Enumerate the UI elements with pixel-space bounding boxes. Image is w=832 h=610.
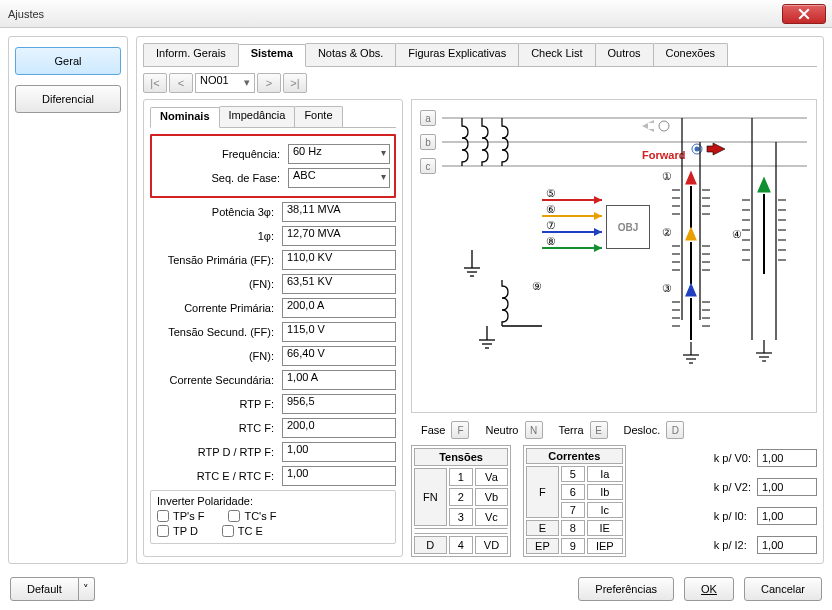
kpi2-label: k p/ I2:: [714, 539, 751, 551]
tensoes-3n: 3: [449, 508, 473, 526]
cancel-button[interactable]: Cancelar: [744, 577, 822, 601]
record-nav: |< < NO01 > >|: [143, 73, 817, 93]
rtpf-label: RTP F:: [150, 398, 278, 410]
chk-tpd[interactable]: TP D: [157, 525, 198, 537]
tab-sistema[interactable]: Sistema: [238, 44, 306, 67]
kpi0-label: k p/ I0:: [714, 510, 751, 522]
nav-prev-button[interactable]: <: [169, 73, 193, 93]
svg-marker-11: [594, 212, 602, 220]
default-button[interactable]: Default: [10, 577, 79, 601]
tensoes-table: Tensões FN1Va 2Vb 3Vc D4VD: [411, 445, 511, 557]
chk-tcsf-input[interactable]: [228, 510, 240, 522]
correntes-4n: 8: [561, 520, 585, 536]
close-button[interactable]: [782, 4, 826, 24]
kpv0-input[interactable]: [757, 449, 817, 467]
tensoes-side-fn: FN: [414, 468, 447, 526]
chk-tce-input[interactable]: [222, 525, 234, 537]
tpfn-input[interactable]: 63,51 KV: [282, 274, 396, 294]
tensoes-title: Tensões: [414, 448, 508, 466]
subtab-impedancia[interactable]: Impedância: [219, 106, 296, 127]
preferencias-button[interactable]: Preferências: [578, 577, 674, 601]
correntes-5n: 9: [561, 538, 585, 554]
chk-tpsf[interactable]: TP's F: [157, 510, 204, 522]
chk-tcsf[interactable]: TC's F: [228, 510, 276, 522]
tab-conexoes[interactable]: Conexões: [653, 43, 729, 66]
pot3-input[interactable]: 38,11 MVA: [282, 202, 396, 222]
subtab-fonte[interactable]: Fonte: [294, 106, 342, 127]
rtce-label: RTC E / RTC F:: [150, 470, 278, 482]
svg-text:⑨: ⑨: [532, 280, 542, 292]
subtab-nominais[interactable]: Nominais: [150, 107, 220, 128]
chk-tpd-label: TP D: [173, 525, 198, 537]
tpff-label: Tensão Primária (FF):: [150, 254, 278, 266]
default-dropdown-button[interactable]: ˅: [79, 577, 95, 601]
legend-terra-box[interactable]: E: [590, 421, 608, 439]
tensoes-side-d: D: [414, 536, 447, 554]
rtce-input[interactable]: 1,00: [282, 466, 396, 486]
nav-next-button[interactable]: >: [257, 73, 281, 93]
tab-checklist[interactable]: Check List: [518, 43, 595, 66]
chk-tce-label: TC E: [238, 525, 263, 537]
legend-neutro-box[interactable]: N: [525, 421, 543, 439]
nav-select[interactable]: NO01: [195, 73, 255, 93]
polarity-box: Inverter Polaridade: TP's F TC's F TP D …: [150, 490, 396, 544]
chk-tce[interactable]: TC E: [222, 525, 263, 537]
ok-button[interactable]: OK: [684, 577, 734, 601]
chk-tpsf-input[interactable]: [157, 510, 169, 522]
rtpd-input[interactable]: 1,00: [282, 442, 396, 462]
rtcf-input[interactable]: 200,0: [282, 418, 396, 438]
corrprim-input[interactable]: 200,0 A: [282, 298, 396, 318]
footer-bar: Default ˅ Preferências OK Cancelar: [0, 568, 832, 610]
tsfn-input[interactable]: 66,40 V: [282, 346, 396, 366]
correntes-3n: 7: [561, 502, 585, 518]
tab-inform[interactable]: Inform. Gerais: [143, 43, 239, 66]
legend-desloc-box[interactable]: D: [666, 421, 684, 439]
tsff-input[interactable]: 115,0 V: [282, 322, 396, 342]
seqfase-select[interactable]: ABC: [288, 168, 390, 188]
kpi2-input[interactable]: [757, 536, 817, 554]
kpv0-label: k p/ V0:: [714, 452, 751, 464]
svg-text:③: ③: [662, 282, 672, 294]
form-group: Nominais Impedância Fonte Frequência: 60…: [143, 99, 403, 557]
chk-tpsf-label: TP's F: [173, 510, 204, 522]
corrsec-input[interactable]: 1,00 A: [282, 370, 396, 390]
rtpf-input[interactable]: 956,5: [282, 394, 396, 414]
main-tabs: Inform. Gerais Sistema Notas & Obs. Figu…: [143, 43, 817, 67]
tab-outros[interactable]: Outros: [595, 43, 654, 66]
tensoes-2n: 2: [449, 488, 473, 506]
legend-fase-box[interactable]: F: [451, 421, 469, 439]
kpv2-input[interactable]: [757, 478, 817, 496]
tensoes-2: Vb: [475, 488, 508, 506]
tsff-label: Tensão Secund. (FF):: [150, 326, 278, 338]
pot3-label: Potência 3φ:: [150, 206, 278, 218]
svg-marker-40: [686, 284, 696, 296]
tpff-input[interactable]: 110,0 KV: [282, 250, 396, 270]
seqfase-label: Seq. de Fase:: [156, 172, 284, 184]
tab-figuras[interactable]: Figuras Explicativas: [395, 43, 519, 66]
svg-marker-49: [758, 178, 770, 192]
window-title: Ajustes: [8, 8, 44, 20]
close-icon: [798, 8, 810, 20]
bottom-grids: Tensões FN1Va 2Vb 3Vc D4VD Correntes F5I…: [411, 445, 817, 557]
frequencia-select[interactable]: 60 Hz: [288, 144, 390, 164]
svg-text:⑦: ⑦: [546, 219, 556, 231]
kpv2-label: k p/ V2:: [714, 481, 751, 493]
correntes-2n: 6: [561, 484, 585, 500]
tab-notas[interactable]: Notas & Obs.: [305, 43, 396, 66]
nav-last-button[interactable]: >|: [283, 73, 307, 93]
main-panel: Inform. Gerais Sistema Notas & Obs. Figu…: [136, 36, 824, 564]
sidebar-geral-button[interactable]: Geral: [15, 47, 121, 75]
svg-marker-37: [686, 228, 696, 240]
tsfn-label: (FN):: [150, 350, 278, 362]
tpfn-label: (FN):: [150, 278, 278, 290]
pot1-input[interactable]: 12,70 MVA: [282, 226, 396, 246]
svg-marker-9: [594, 196, 602, 204]
nav-first-button[interactable]: |<: [143, 73, 167, 93]
svg-text:④: ④: [732, 228, 742, 240]
legend-terra-label: Terra: [559, 424, 584, 436]
legend-neutro-label: Neutro: [485, 424, 518, 436]
svg-text:②: ②: [662, 226, 672, 238]
chk-tpd-input[interactable]: [157, 525, 169, 537]
sidebar-diferencial-button[interactable]: Diferencial: [15, 85, 121, 113]
kpi0-input[interactable]: [757, 507, 817, 525]
